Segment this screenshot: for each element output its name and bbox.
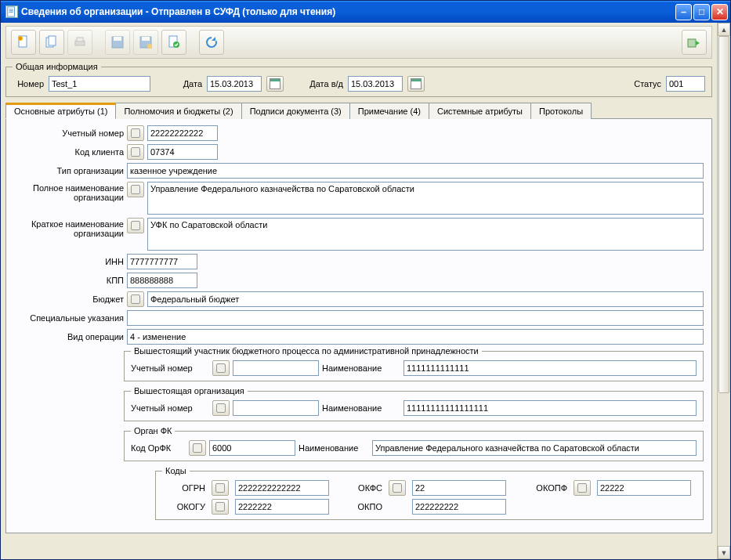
parent1-name-label: Наименование	[322, 363, 400, 373]
okogu-lookup[interactable]	[212, 499, 229, 515]
new-doc-button[interactable]	[11, 30, 36, 55]
org-type-field[interactable]	[127, 163, 704, 179]
okopf-field[interactable]	[597, 480, 691, 496]
svg-rect-1	[9, 9, 13, 10]
okogu-label: ОКОГУ	[162, 502, 205, 511]
operation-label: Вид операции	[14, 332, 124, 341]
vertical-scrollbar[interactable]: ▲ ▼	[717, 23, 730, 559]
okopf-label: ОКОПФ	[512, 483, 567, 493]
org-type-label: Тип организации	[14, 166, 124, 175]
codes-legend: Коды	[162, 466, 190, 475]
save-as-button[interactable]	[133, 30, 158, 55]
parent2-acct-lookup[interactable]	[212, 400, 230, 416]
okfs-field[interactable]	[412, 480, 506, 496]
okfs-label: ОКФС	[335, 483, 382, 493]
inn-label: ИНН	[14, 257, 124, 266]
ogrn-lookup[interactable]	[212, 480, 229, 496]
parent-org-fieldset: Вышестоящая организация Учетный номер На…	[124, 386, 704, 421]
scroll-up-button[interactable]: ▲	[718, 23, 730, 36]
ogrn-label: ОГРН	[162, 483, 205, 493]
lookup-icon	[577, 483, 587, 493]
date-picker-button[interactable]	[266, 76, 284, 92]
full-name-lookup[interactable]	[127, 182, 144, 197]
date-field[interactable]	[207, 76, 262, 92]
lookup-icon	[216, 363, 226, 373]
tab-body: Учетный номер Код клиента Тип организаци…	[5, 119, 712, 533]
budget-label: Бюджет	[14, 294, 124, 304]
account-number-field[interactable]	[147, 125, 218, 141]
window: Сведения об организации - Отправлен в СУ…	[0, 0, 731, 560]
codes-fieldset: Коды ОГРН ОКФС ОКОПФ ОКОГУ	[155, 466, 704, 520]
okpo-field[interactable]	[412, 499, 506, 515]
client-code-label: Код клиента	[14, 147, 124, 157]
check-doc-button[interactable]	[161, 30, 186, 55]
lookup-icon	[193, 443, 202, 453]
organfk-code-field[interactable]	[209, 440, 295, 456]
inn-field[interactable]	[127, 254, 197, 269]
tab-note[interactable]: Примечание (4)	[349, 103, 429, 119]
special-label: Специальные указания	[14, 313, 124, 323]
date-vd-picker-button[interactable]	[407, 76, 425, 92]
parent1-acct-lookup[interactable]	[212, 360, 230, 376]
short-name-field[interactable]: УФК по Саратовской области	[147, 218, 704, 251]
scroll-thumb[interactable]	[718, 36, 729, 393]
export-button[interactable]	[682, 30, 707, 55]
kpp-label: КПП	[14, 276, 124, 285]
close-button[interactable]: ✕	[711, 4, 728, 20]
client-code-field[interactable]	[147, 144, 218, 160]
svg-rect-11	[114, 37, 121, 41]
lookup-icon	[131, 294, 140, 304]
scroll-down-button[interactable]: ▼	[718, 546, 730, 559]
operation-field[interactable]	[127, 329, 704, 345]
parent-org-legend: Вышестоящая организация	[131, 386, 248, 396]
kpp-field[interactable]	[127, 273, 197, 288]
organfk-fieldset: Орган ФК Код ОрФК Наименование	[124, 426, 704, 461]
toolbar	[5, 26, 712, 59]
organfk-name-label: Наименование	[299, 443, 369, 453]
app-icon	[5, 5, 18, 18]
budget-field[interactable]	[147, 291, 704, 307]
copy-doc-button[interactable]	[39, 30, 64, 55]
parent1-acct-field[interactable]	[233, 360, 319, 376]
calendar-icon	[411, 78, 422, 89]
tab-powers-budgets[interactable]: Полномочия и бюджеты (2)	[115, 103, 241, 119]
parent2-name-field[interactable]	[403, 400, 697, 416]
okogu-field[interactable]	[235, 499, 329, 515]
budget-lookup[interactable]	[127, 291, 144, 307]
tab-system-attrs[interactable]: Системные атрибуты	[429, 103, 531, 119]
short-name-lookup[interactable]	[127, 218, 144, 233]
svg-rect-2	[9, 10, 13, 11]
full-name-field[interactable]: Управление Федерального казначейства по …	[147, 182, 704, 215]
minimize-button[interactable]: –	[675, 4, 692, 20]
organfk-name-field[interactable]	[372, 440, 697, 456]
tab-protocols[interactable]: Протоколы	[530, 103, 592, 119]
tab-signatures[interactable]: Подписи документа (3)	[241, 103, 350, 119]
general-info-legend: Общая информация	[13, 62, 101, 71]
short-name-label: Краткое наименование организации	[14, 218, 124, 238]
lookup-icon	[216, 403, 226, 413]
maximize-button[interactable]: □	[693, 4, 710, 20]
ogrn-field[interactable]	[235, 480, 329, 496]
number-field[interactable]	[49, 76, 150, 92]
scroll-track[interactable]	[718, 36, 730, 546]
refresh-button[interactable]	[199, 30, 224, 55]
client-code-lookup[interactable]	[127, 144, 144, 160]
organfk-code-lookup[interactable]	[189, 440, 206, 456]
okpo-label: ОКПО	[335, 502, 382, 511]
content-area: Общая информация Номер Дата Дата в/д Ста…	[1, 23, 717, 559]
svg-rect-17	[688, 39, 696, 47]
parent2-acct-label: Учетный номер	[131, 403, 209, 413]
okopf-lookup[interactable]	[574, 480, 591, 496]
status-field[interactable]	[666, 76, 705, 92]
parent1-name-field[interactable]	[403, 360, 697, 376]
okfs-lookup[interactable]	[389, 480, 406, 496]
lookup-icon	[131, 185, 140, 194]
special-field[interactable]	[127, 310, 704, 326]
account-number-lookup[interactable]	[127, 125, 144, 141]
tab-main-attrs[interactable]: Основные атрибуты (1)	[5, 103, 116, 119]
parent2-acct-field[interactable]	[233, 400, 319, 416]
lookup-icon	[131, 147, 140, 157]
date-vd-field[interactable]	[348, 76, 403, 92]
print-button[interactable]	[67, 30, 92, 55]
save-button[interactable]	[105, 30, 130, 55]
